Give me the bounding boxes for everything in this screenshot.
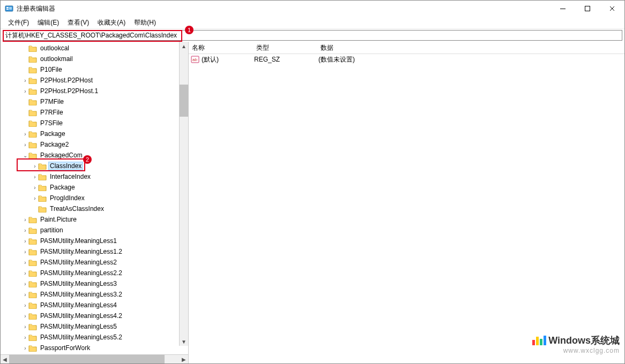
tree-item[interactable]: ›P2PHost.P2PHost.1 bbox=[1, 86, 188, 96]
tree-item[interactable]: ›ClassIndex bbox=[1, 161, 188, 171]
tree-item-label: PackagedCom bbox=[39, 151, 84, 159]
menu-view[interactable]: 查看(V) bbox=[63, 17, 93, 28]
tree-item-label: PASMUtility.MeaningLess2 bbox=[39, 259, 118, 266]
tree-item[interactable]: ›PASMUtility.MeaningLess3 bbox=[1, 278, 188, 289]
menu-favorites[interactable]: 收藏夹(A) bbox=[93, 17, 130, 28]
folder-icon bbox=[28, 280, 37, 287]
expand-toggle-icon[interactable]: ⌄ bbox=[22, 153, 28, 158]
tree-item[interactable]: ›P2PHost.P2PHost bbox=[1, 75, 188, 86]
tree-item[interactable]: ›PASMUtility.MeaningLess2 bbox=[1, 257, 188, 268]
folder-icon bbox=[28, 312, 37, 320]
tree-item-label: PASMUtility.MeaningLess2.2 bbox=[39, 269, 123, 277]
tree-item[interactable]: ›Paint.Picture bbox=[1, 214, 188, 225]
tree-item[interactable]: ›PassportForWork bbox=[1, 343, 188, 353]
folder-icon bbox=[28, 259, 37, 266]
tree-item[interactable]: ›PASMUtility.MeaningLess4 bbox=[1, 300, 188, 310]
menu-file[interactable]: 文件(F) bbox=[4, 17, 33, 28]
registry-tree: outlookcaloutlookmailP10File›P2PHost.P2P… bbox=[1, 42, 188, 353]
folder-icon bbox=[28, 141, 37, 148]
main-area: outlookcaloutlookmailP10File›P2PHost.P2P… bbox=[1, 42, 624, 363]
tree-item[interactable]: ›Package bbox=[1, 128, 188, 139]
address-input[interactable] bbox=[3, 30, 622, 41]
tree-item[interactable]: ›partition bbox=[1, 225, 188, 236]
expand-toggle-icon[interactable]: › bbox=[22, 78, 28, 84]
expand-toggle-icon[interactable]: › bbox=[22, 217, 28, 223]
minimize-button[interactable] bbox=[550, 1, 575, 17]
tree-item[interactable]: ›PASMUtility.MeaningLess3.2 bbox=[1, 289, 188, 300]
expand-toggle-icon[interactable]: › bbox=[22, 238, 28, 244]
expand-toggle-icon[interactable]: › bbox=[32, 163, 38, 169]
tree-scroll[interactable]: outlookcaloutlookmailP10File›P2PHost.P2P… bbox=[1, 42, 188, 354]
svg-rect-4 bbox=[560, 9, 566, 9]
value-data: (数值未设置) bbox=[318, 55, 624, 64]
expand-toggle-icon[interactable]: › bbox=[22, 260, 28, 266]
tree-item[interactable]: P7RFile bbox=[1, 107, 188, 118]
expand-toggle-icon[interactable]: › bbox=[32, 185, 38, 191]
expand-toggle-icon[interactable]: › bbox=[32, 195, 38, 201]
tree-item[interactable]: outlookcal bbox=[1, 43, 188, 54]
folder-icon bbox=[28, 109, 37, 116]
tree-item[interactable]: ›PASMUtility.MeaningLess5.2 bbox=[1, 332, 188, 343]
svg-rect-2 bbox=[6, 9, 9, 10]
tree-item[interactable]: outlookmail bbox=[1, 54, 188, 64]
menu-help[interactable]: 帮助(H) bbox=[130, 17, 160, 28]
values-header[interactable]: 名称 类型 数据 bbox=[189, 42, 624, 54]
col-header-name[interactable]: 名称 bbox=[189, 43, 256, 52]
tree-item[interactable]: P10File bbox=[1, 64, 188, 75]
tree-item[interactable]: TreatAsClassIndex bbox=[1, 203, 188, 214]
folder-icon bbox=[28, 344, 37, 352]
expand-toggle-icon[interactable]: › bbox=[22, 292, 28, 298]
tree-item[interactable]: ›PASMUtility.MeaningLess2.2 bbox=[1, 268, 188, 278]
expand-toggle-icon[interactable]: › bbox=[22, 142, 28, 148]
expand-toggle-icon[interactable]: › bbox=[22, 270, 28, 276]
tree-item[interactable]: ›PASMUtility.MeaningLess5 bbox=[1, 321, 188, 332]
tree-horizontal-scrollbar[interactable]: ◀ ▶ bbox=[1, 354, 188, 363]
tree-item-label: P7RFile bbox=[39, 109, 64, 116]
expand-toggle-icon[interactable]: › bbox=[22, 88, 28, 94]
expand-toggle-icon[interactable]: › bbox=[22, 131, 28, 137]
tree-item[interactable]: ›PASMUtility.MeaningLess4.2 bbox=[1, 310, 188, 321]
tree-item[interactable]: ›Package2 bbox=[1, 139, 188, 150]
expand-toggle-icon[interactable]: › bbox=[22, 228, 28, 233]
tree-item[interactable]: ›ProgIdIndex bbox=[1, 193, 188, 203]
tree-item-label: P2PHost.P2PHost.1 bbox=[39, 87, 99, 95]
folder-icon bbox=[38, 184, 47, 191]
folder-icon bbox=[28, 301, 37, 309]
folder-icon bbox=[28, 130, 37, 138]
expand-toggle-icon[interactable]: › bbox=[22, 335, 28, 340]
tree-item[interactable]: ⌄PackagedCom bbox=[1, 150, 188, 161]
tree-item-label: P7SFile bbox=[39, 119, 64, 127]
value-type: REG_SZ bbox=[254, 56, 318, 63]
col-header-type[interactable]: 类型 bbox=[256, 43, 321, 52]
menubar: 文件(F) 编辑(E) 查看(V) 收藏夹(A) 帮助(H) bbox=[1, 17, 624, 29]
folder-icon bbox=[38, 162, 47, 170]
tree-item-label: PASMUtility.MeaningLess4 bbox=[39, 301, 118, 309]
maximize-button[interactable] bbox=[575, 1, 600, 17]
tree-item-label: P10File bbox=[39, 66, 63, 73]
expand-toggle-icon[interactable]: › bbox=[22, 281, 28, 287]
col-header-data[interactable]: 数据 bbox=[321, 43, 624, 52]
expand-toggle-icon[interactable]: › bbox=[22, 345, 28, 351]
window-title: 注册表编辑器 bbox=[17, 4, 55, 13]
expand-toggle-icon[interactable]: › bbox=[22, 324, 28, 330]
tree-item-label: P7MFile bbox=[39, 98, 65, 105]
folder-icon bbox=[28, 248, 37, 255]
tree-item[interactable]: P7MFile bbox=[1, 96, 188, 107]
expand-toggle-icon[interactable]: › bbox=[22, 249, 28, 255]
expand-toggle-icon[interactable]: › bbox=[32, 174, 38, 180]
close-button[interactable] bbox=[600, 1, 624, 17]
expand-toggle-icon[interactable]: › bbox=[22, 313, 28, 319]
tree-vertical-scrollbar[interactable]: ▲ ▼ bbox=[179, 42, 188, 346]
tree-item[interactable]: ›PASMUtility.MeaningLess1.2 bbox=[1, 246, 188, 257]
folder-icon bbox=[28, 55, 37, 63]
folder-icon bbox=[38, 173, 47, 180]
folder-icon bbox=[28, 87, 37, 95]
folder-icon bbox=[38, 205, 47, 213]
tree-item[interactable]: ›PASMUtility.MeaningLess1 bbox=[1, 236, 188, 246]
tree-item[interactable]: ›Package bbox=[1, 182, 188, 193]
menu-edit[interactable]: 编辑(E) bbox=[33, 17, 63, 28]
tree-item[interactable]: ›InterfaceIndex bbox=[1, 171, 188, 182]
tree-item[interactable]: P7SFile bbox=[1, 118, 188, 128]
expand-toggle-icon[interactable]: › bbox=[22, 302, 28, 308]
value-row[interactable]: ab (默认) REG_SZ (数值未设置) bbox=[189, 54, 624, 65]
